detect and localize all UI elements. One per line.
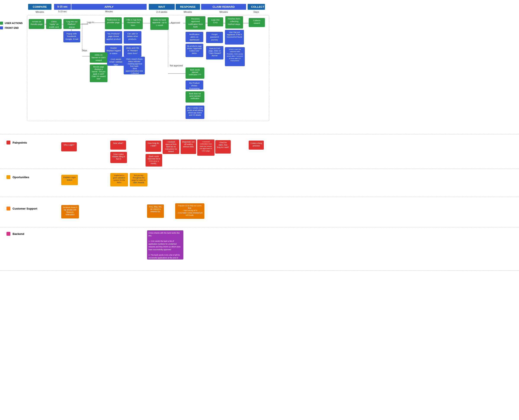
box-long-process: It was a long process xyxy=(249,141,264,150)
backend-label-text: Backend xyxy=(13,232,24,235)
phase-claim: CLAIM REWARD Minutes xyxy=(201,4,246,13)
arrow1 xyxy=(82,24,88,24)
box-processing: My Product shows: Processing xyxy=(185,81,203,90)
box-notif-rejected: I received notification from bank but sh… xyxy=(197,140,215,156)
box-bank-approved-list: [Bank sends Approved list to CAG once a … xyxy=(146,154,162,166)
box-explain-login: Explain Login status xyxy=(61,175,78,185)
phase-response-title: RESPONSE xyxy=(176,4,200,10)
phase-collect-subtitle: Days xyxy=(253,11,259,13)
front-end-dot xyxy=(0,26,3,30)
phase-wait: WAIT 2-4 weeks xyxy=(149,4,175,13)
box-popup-fb: Popup with: Facebook, Google, Email xyxy=(63,31,80,42)
box-now-what: Now what? xyxy=(110,141,126,150)
box-logs-cag: Logs into CAG xyxy=(208,17,223,26)
user-actions-label: USER ACTIONS xyxy=(0,22,23,25)
box-implement-validation: Implement a good validation system for t… xyxy=(110,173,128,187)
not-approved-label: Not approved xyxy=(170,64,183,67)
painpoints-section-label: Painpoints xyxy=(7,141,27,144)
customer-support-label-text: Customer Support xyxy=(13,207,37,210)
box-zendesk: Zendesk shows 5 top articles with Reward… xyxy=(61,205,79,218)
box-notif-alerts: Notification alerts on dashboard xyxy=(185,32,203,42)
customer-support-color-box xyxy=(7,207,10,210)
divider-end xyxy=(0,270,519,270)
painpoints-color-box xyxy=(7,141,10,144)
box-if-ref-cant: If Ref # can't be matched with Provider,… xyxy=(225,47,245,66)
box-prepare-cs: Prepare CS to help out users that:- Inpu… xyxy=(175,203,204,219)
front-end-label: FRONT END xyxy=(0,26,19,30)
phase-apply-container: 5-15 sec APPLY 5-15 sec Minutes xyxy=(54,4,147,13)
phase-apply-sub1-label: 5-15 sec xyxy=(54,10,71,13)
divider-painpoints xyxy=(0,134,519,134)
phase-apply-sub1: 5-15 sec xyxy=(54,4,71,10)
box-filed-claim: I filed the claim, how long do I wait? xyxy=(215,140,231,154)
box-bank-sends-rejected: Bank sends rejected notification ??? xyxy=(185,68,204,79)
phase-claim-subtitle: Minutes xyxy=(220,11,228,13)
box-my-products: "My Products" page shows applied product xyxy=(105,31,122,44)
box-claim-status: Claim reward shows status indicator- Awa… xyxy=(124,57,145,75)
phase-compare-title: COMPARE xyxy=(28,4,52,10)
box-cag-email: CAG sends email: validate login xyxy=(107,57,125,66)
phase-apply-subtitles: 5-15 sec Minutes xyxy=(54,10,147,13)
painpoints-label-text: Painpoints xyxy=(13,141,27,144)
phase-apply-group: 5-15 sec APPLY xyxy=(54,4,147,10)
phase-response: RESPONSE Minutes xyxy=(176,4,200,13)
box-how-long: How long do I wait? xyxy=(146,141,161,152)
divider-backend xyxy=(0,227,519,227)
opportunities-section-label: Oportunities xyxy=(7,175,29,179)
phase-compare-subtitle: Minutes xyxy=(36,11,44,13)
box-waits-bank: Waits for bank approval - up to 1 month xyxy=(150,17,169,30)
phase-collect-title: COLLECT xyxy=(248,4,265,10)
box-receives-approved: Receives approved notification from bank xyxy=(185,16,205,30)
box-received-approval: I received approval from bank but no ins… xyxy=(163,140,179,154)
backend-section-label: Backend xyxy=(7,232,24,236)
divider-opportunities xyxy=(0,169,519,169)
box-log-into: "Log into our Platform" popup xyxy=(63,19,80,29)
phase-wait-title: WAIT xyxy=(149,4,175,10)
opportunities-label-text: Oportunities xyxy=(13,176,29,179)
phase-wait-subtitle: 2-4 weeks xyxy=(156,11,167,13)
box-cross-checks: Cross-checks with the bank works like th… xyxy=(147,230,183,260)
box-goes-cag: Goes to CAG page, clicks on "Claim Rewar… xyxy=(206,46,223,60)
box-user-mistake: (User makes mistake filling in Ref #) xyxy=(110,152,127,163)
box-my-products-status: My products page shows "approved/ Collec… xyxy=(185,44,203,57)
box-redirect: Redirection to provider page xyxy=(105,17,122,29)
phase-compare: COMPARE Minutes xyxy=(28,4,52,13)
box-why-login: Why Login? xyxy=(61,142,77,151)
box-after-x-weeks: after X weeks CAG sends email asking abo… xyxy=(185,105,204,119)
backend-color-box xyxy=(7,232,10,236)
logs-in-label: Logs in xyxy=(87,21,94,23)
box-faq-blog: FAQ, Blog, Bot, etc related to rewards E… xyxy=(147,204,164,218)
phase-response-subtitle: Minutes xyxy=(184,11,192,13)
box-collects-reward: Collects reward xyxy=(249,18,265,27)
box-find-journey: find journey throughout the page for use… xyxy=(130,173,148,187)
phase-apply-sub2-label: Minutes xyxy=(71,10,147,13)
box-fills-form: - Fills in App form- Receives Ref. Num. xyxy=(124,17,143,29)
box-header-logged: Header displays logged in status xyxy=(105,45,122,57)
approved-label: Approved xyxy=(171,22,180,24)
user-actions-text: USER ACTIONS xyxy=(5,22,23,24)
box-results-banner: Results page displays a banner: "Did you… xyxy=(90,64,107,82)
box-arrives: Arrives on Results page xyxy=(29,19,44,29)
divider-customer-support xyxy=(0,197,519,197)
phase-apply-title: APPLY xyxy=(71,4,147,10)
box-finishes-form: Finishes form: collecting method steps. xyxy=(225,16,243,29)
box-can-add: Can add Or delete other products. xyxy=(124,31,141,44)
user-actions-dot xyxy=(0,22,3,25)
box-clicks-fills: clicks and Fills in "Reward claim form" xyxy=(124,45,141,57)
box-forgot-password: Forgot password journey xyxy=(206,32,223,43)
front-end-text: FRONT END xyxy=(5,27,19,29)
box-bank-not-send: Bank does not send rejected notification xyxy=(185,91,204,103)
canvas: COMPARE Minutes 5-15 sec APPLY 5-15 sec … xyxy=(0,0,519,420)
skips-label: Skips xyxy=(82,49,87,52)
box-clicks-apply: Clicks "Apply" on credit card xyxy=(46,19,62,29)
opportunities-color-box xyxy=(7,175,10,179)
customer-support-section-label: Customer Support xyxy=(7,207,37,210)
box-clicks-banner: clicks on banner to claim reward xyxy=(90,52,107,63)
box-rejected-waiting: [Rejected] I am still waiting without ne… xyxy=(181,140,196,154)
box-user-registered: User that just registered: if Ref # inco… xyxy=(225,30,244,45)
phase-collect: COLLECT Days xyxy=(248,4,265,13)
phase-claim-title: CLAIM REWARD xyxy=(201,4,246,10)
